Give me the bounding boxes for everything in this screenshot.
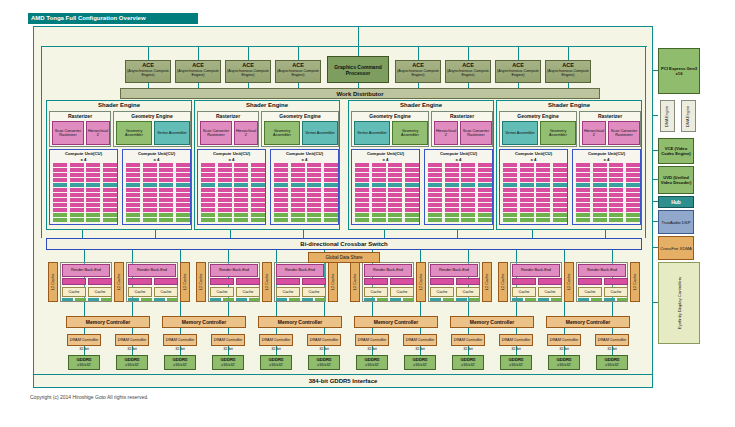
cu-cell xyxy=(176,188,190,192)
cu-cell xyxy=(355,213,369,217)
l2-cache-slice: L2 Cache xyxy=(48,262,58,302)
cu-cell xyxy=(405,218,419,222)
cu-cell xyxy=(70,178,84,182)
cu-cell xyxy=(520,168,534,172)
cu-column xyxy=(355,163,369,223)
dram-controller: DRAM Controller xyxy=(211,334,245,346)
memory-controller: Memory Controller xyxy=(162,316,246,328)
rasterizer-block: RasterizerScan Converter RasterizerHiera… xyxy=(197,111,259,147)
cu-cell xyxy=(159,173,173,177)
cu-cell xyxy=(126,198,140,202)
cu-cell xyxy=(372,188,386,192)
cu-cell xyxy=(126,163,140,167)
cu-cell xyxy=(103,168,117,172)
cu-cell xyxy=(143,163,157,167)
cu-cell xyxy=(291,168,305,172)
cu-cell xyxy=(218,198,232,202)
l2-cache-slice: L2 Cache xyxy=(350,262,360,302)
cu-cell xyxy=(388,163,402,167)
cu-cell xyxy=(234,198,248,202)
cu-cell xyxy=(274,163,288,167)
cache-block: Cache xyxy=(456,287,480,297)
cu-cell xyxy=(176,178,190,182)
global-data-share: Global Data Share xyxy=(308,252,380,263)
cu-column xyxy=(86,163,100,223)
gddr5-sub: x16/x32 xyxy=(405,363,435,367)
shader-engine: Shader EngineRasterizerScan Converter Ra… xyxy=(194,100,340,230)
cu-cell xyxy=(234,213,248,217)
l2-cache-slice: L2 Cache xyxy=(114,262,124,302)
cu-cell xyxy=(86,208,100,212)
cu-cell xyxy=(445,163,459,167)
cu-cell xyxy=(428,203,442,207)
cu-cell xyxy=(461,208,475,212)
cu-cell xyxy=(428,183,442,187)
geometry-assembler: Geometry Assembler xyxy=(264,121,300,145)
cu-column xyxy=(201,163,215,223)
cu-cell xyxy=(324,188,338,192)
cu-cell xyxy=(201,163,215,167)
dram-controller: DRAM Controller xyxy=(355,334,389,346)
rbe-mini-cell xyxy=(62,298,73,301)
cu-cell xyxy=(218,168,232,172)
cu-cell xyxy=(86,183,100,187)
cu-cell xyxy=(291,218,305,222)
cu-cell xyxy=(70,168,84,172)
cu-cell xyxy=(159,163,173,167)
ace-block: ACE(Asynchronous Compute Engine) xyxy=(495,60,541,83)
cu-cell xyxy=(274,198,288,202)
compute-unit-group: Compute Unit(CU)x 4 xyxy=(499,149,568,225)
render-backend-group: Render Back-EndCacheCache xyxy=(60,262,112,302)
geometry-assembler: Geometry Assembler xyxy=(540,121,576,145)
cu-cell xyxy=(520,198,534,202)
connector-line xyxy=(384,230,385,238)
geometry-engine-label: Geometry Engine xyxy=(262,112,338,120)
cu-cell xyxy=(461,183,475,187)
cu-cell xyxy=(626,218,640,222)
dram-width-label: 32-bit xyxy=(544,347,584,351)
render-backend-label: Render Back-End xyxy=(512,264,560,277)
cu-cell xyxy=(593,208,607,212)
vertex-assembler: Vertex Assembler xyxy=(354,121,390,145)
dram-controller: DRAM Controller xyxy=(403,334,437,346)
cu-cell xyxy=(159,168,173,172)
cu-cell xyxy=(461,193,475,197)
cu-cell xyxy=(593,213,607,217)
cu-cell xyxy=(405,198,419,202)
gddr5-block: GDDR5x16/x32 xyxy=(596,355,628,370)
cu-cell xyxy=(355,178,369,182)
cu-cell xyxy=(593,178,607,182)
gddr5-interface-bar: 384-bit GDDR5 Interface xyxy=(34,374,652,387)
cu-cell xyxy=(307,178,321,182)
rasterizer-block: RasterizerHierarchical ZScan Converter R… xyxy=(431,111,493,147)
cu-cell xyxy=(553,193,567,197)
dram-controller: DRAM Controller xyxy=(547,334,581,346)
cu-cell xyxy=(576,163,590,167)
cu-cell xyxy=(53,173,67,177)
cu-cell xyxy=(291,188,305,192)
cu-cell xyxy=(445,208,459,212)
dram-width-label: 32-bit xyxy=(448,347,488,351)
rasterizer-label: Rasterizer xyxy=(50,112,110,120)
cu-cell xyxy=(103,163,117,167)
cu-cell xyxy=(520,163,534,167)
gddr5-sub: x16/x32 xyxy=(69,363,99,367)
rbe-mini-cell xyxy=(210,298,221,301)
ace-sublabel: (Asynchronous Compute Engine) xyxy=(396,69,440,77)
memory-controller: Memory Controller xyxy=(66,316,150,328)
render-backend-group: Render Back-EndCacheCache xyxy=(576,262,628,302)
geometry-assembler: Geometry Assembler xyxy=(392,121,428,145)
cu-cell xyxy=(324,218,338,222)
geometry-engine-label: Geometry Engine xyxy=(114,112,190,120)
cu-cell xyxy=(70,208,84,212)
cu-cell xyxy=(201,203,215,207)
gddr5-block: GDDR5x16/x32 xyxy=(68,355,100,370)
rbe-cell xyxy=(456,278,480,285)
rbe-mini-cell xyxy=(141,298,152,301)
cu-cell xyxy=(372,178,386,182)
ace-sublabel: (Asynchronous Compute Engine) xyxy=(546,69,590,77)
cache-block: Cache xyxy=(604,287,628,297)
rasterizer-block: RasterizerScan Converter RasterizerHiera… xyxy=(49,111,111,147)
cu-cell xyxy=(324,163,338,167)
vertex-assembler: Vertex Assembler xyxy=(502,121,538,145)
